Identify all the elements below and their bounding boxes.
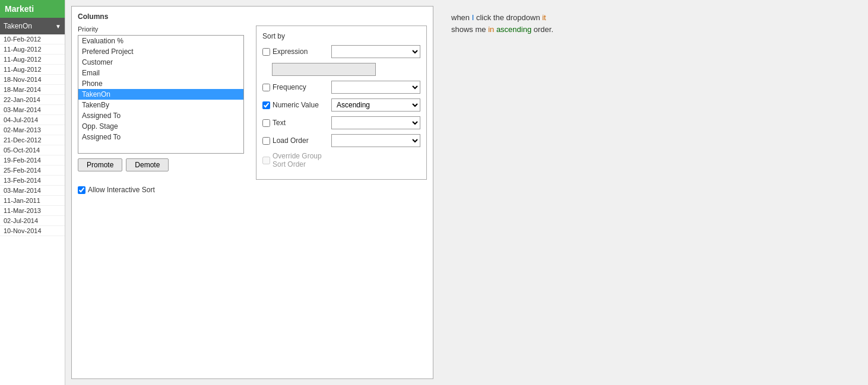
numeric-value-dropdown[interactable]: Ascending Descending — [331, 98, 420, 112]
sidebar-date-item[interactable]: 18-Nov-2014 — [0, 75, 65, 85]
load-order-checkbox[interactable] — [262, 137, 270, 145]
ann-shows: shows me — [451, 25, 488, 34]
sidebar-date-item[interactable]: 03-Mar-2014 — [0, 186, 65, 196]
list-item[interactable]: Assigned To — [78, 110, 243, 121]
sidebar-date-item[interactable]: 11-Aug-2012 — [0, 65, 65, 75]
ann-order: order. — [531, 25, 553, 34]
sortby-title: Sort by — [262, 32, 420, 40]
list-item[interactable]: TakenOn — [78, 89, 243, 100]
sidebar-date-item[interactable]: 04-Jul-2014 — [0, 115, 65, 125]
sort-row-text: Text — [262, 116, 420, 129]
sidebar-header: Marketi — [0, 0, 65, 18]
override-label: Override Group Sort Order — [262, 152, 328, 168]
promote-demote-buttons: Promote Demote — [78, 158, 244, 171]
sort-row-frequency: Frequency — [262, 81, 420, 94]
annotation-text: when I click the dropdown it shows me in… — [445, 6, 564, 379]
list-item[interactable]: Evaluation % — [78, 36, 243, 46]
demote-button[interactable]: Demote — [126, 158, 169, 171]
priority-section: Priority Evaluation %Prefered ProjectCus… — [78, 26, 244, 180]
sidebar-date-item[interactable]: 13-Feb-2014 — [0, 176, 65, 186]
columns-section: Priority Evaluation %Prefered ProjectCus… — [78, 26, 427, 180]
ann-click: click the dropdown — [474, 13, 542, 22]
allow-interactive-label: Allow Interactive Sort — [78, 186, 427, 194]
column-list[interactable]: Evaluation %Prefered ProjectCustomerEmai… — [78, 35, 244, 154]
frequency-checkbox[interactable] — [262, 84, 270, 91]
sidebar-date-item[interactable]: 02-Jul-2014 — [0, 216, 65, 226]
promote-button[interactable]: Promote — [78, 158, 122, 171]
text-dropdown[interactable] — [331, 116, 420, 129]
sidebar-date-item[interactable]: 22-Jan-2014 — [0, 95, 65, 105]
list-item[interactable]: Customer — [78, 57, 243, 68]
sidebar-dates-list: 10-Feb-201211-Aug-201211-Aug-201211-Aug-… — [0, 34, 65, 236]
expression-dropdown[interactable] — [331, 45, 420, 58]
columns-label: Columns — [78, 12, 427, 21]
sidebar-date-item[interactable]: 11-Jan-2011 — [0, 196, 65, 206]
sidebar-title: Marketi — [5, 4, 34, 14]
frequency-dropdown[interactable] — [331, 81, 420, 94]
sidebar-date-item[interactable]: 19-Feb-2014 — [0, 155, 65, 166]
columns-panel: Columns Priority Evaluation %Prefered Pr… — [71, 6, 433, 379]
sidebar-date-item[interactable]: 11-Aug-2012 — [0, 44, 65, 55]
sidebar-date-item[interactable]: 21-Dec-2012 — [0, 135, 65, 145]
expression-sub-row — [272, 63, 420, 76]
expression-checkbox[interactable] — [262, 48, 270, 56]
allow-interactive-section: Allow Interactive Sort — [78, 186, 427, 194]
list-item[interactable]: Opp. Stage — [78, 121, 243, 132]
priority-label: Priority — [78, 26, 244, 33]
sidebar-date-item[interactable]: 25-Feb-2014 — [0, 166, 65, 176]
sidebar-date-item[interactable]: 10-Feb-2012 — [0, 34, 65, 44]
list-item[interactable]: Assigned To — [78, 132, 243, 142]
sidebar-date-item[interactable]: 11-Mar-2013 — [0, 206, 65, 216]
chevron-down-icon: ▼ — [55, 23, 61, 30]
list-item[interactable]: TakenBy — [78, 100, 243, 110]
sidebar-date-item[interactable]: 05-Oct-2014 — [0, 145, 65, 155]
expression-label: Expression — [262, 47, 328, 56]
list-item[interactable]: Phone — [78, 78, 243, 89]
override-checkbox[interactable] — [262, 157, 270, 164]
list-item[interactable]: Prefered Project — [78, 46, 243, 57]
sidebar-date-item[interactable]: 03-Mar-2014 — [0, 105, 65, 115]
ann-in: in — [488, 25, 494, 34]
numeric-value-label: Numeric Value — [262, 101, 328, 109]
sidebar: Marketi TakenOn ▼ 10-Feb-201211-Aug-2012… — [0, 0, 65, 385]
allow-interactive-checkbox[interactable] — [78, 186, 85, 194]
main-content: Columns Priority Evaluation %Prefered Pr… — [65, 0, 868, 385]
text-label: Text — [262, 119, 328, 127]
load-order-dropdown[interactable] — [331, 134, 420, 147]
load-order-label: Load Order — [262, 136, 328, 145]
ann-when: when — [451, 13, 472, 22]
sidebar-date-item[interactable]: 10-Nov-2014 — [0, 226, 65, 236]
sort-row-load-order: Load Order — [262, 134, 420, 147]
override-row: Override Group Sort Order — [262, 152, 420, 168]
text-checkbox[interactable] — [262, 119, 270, 127]
list-item[interactable]: Email — [78, 68, 243, 78]
ann-ascending: ascending — [494, 25, 531, 34]
numeric-value-checkbox[interactable] — [262, 101, 270, 109]
sidebar-date-item[interactable]: 11-Aug-2012 — [0, 55, 65, 65]
sortby-section: Sort by Expression — [256, 26, 427, 180]
sort-row-numeric-value: Numeric Value Ascending Descending — [262, 98, 420, 112]
expression-sub-input[interactable] — [272, 63, 376, 76]
sidebar-dropdown[interactable]: TakenOn ▼ — [0, 18, 65, 34]
ann-it: it — [542, 13, 546, 22]
sidebar-date-item[interactable]: 02-Mar-2013 — [0, 125, 65, 135]
sidebar-dropdown-label: TakenOn — [4, 22, 32, 30]
frequency-label: Frequency — [262, 83, 328, 91]
sidebar-date-item[interactable]: 18-Mar-2014 — [0, 85, 65, 95]
sort-row-expression: Expression — [262, 45, 420, 58]
